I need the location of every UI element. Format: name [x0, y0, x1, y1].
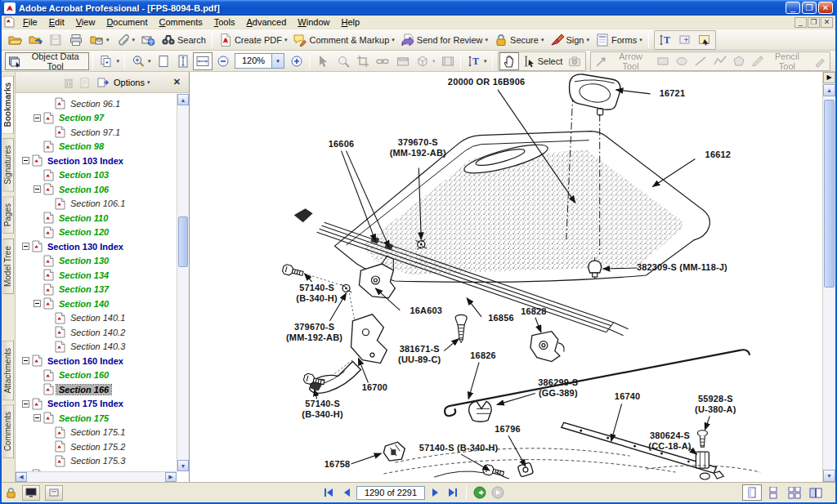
- fit-page-button[interactable]: [154, 52, 172, 70]
- collapse-icon[interactable]: [22, 157, 29, 164]
- menu-help[interactable]: Help: [336, 16, 366, 28]
- collapse-icon[interactable]: [22, 357, 29, 364]
- bookmark-item[interactable]: Section 140.1: [16, 311, 177, 326]
- minimize-button[interactable]: _: [786, 2, 800, 14]
- forms-button[interactable]: Forms▾: [593, 31, 645, 49]
- zoom-in-button[interactable]: [287, 52, 306, 70]
- previous-view-button[interactable]: [472, 485, 488, 500]
- scroll-left-icon[interactable]: ◀: [16, 472, 27, 482]
- article-icon[interactable]: ▶: [823, 72, 835, 83]
- bookmarks-vscrollbar[interactable]: ▲ ▼: [177, 94, 189, 471]
- expand-current-bookmark-button[interactable]: [96, 75, 110, 90]
- doc-scrollbar-thumb[interactable]: [824, 100, 835, 288]
- bookmark-item[interactable]: Section 130 Index: [16, 239, 177, 254]
- organizer-button[interactable]: ▾: [87, 31, 112, 49]
- page-number-input[interactable]: [356, 486, 425, 500]
- next-page-button[interactable]: [427, 485, 443, 500]
- tab-comments[interactable]: Comments: [2, 404, 14, 458]
- bookmark-item[interactable]: Section 103 Index: [16, 154, 177, 168]
- page-thumbnails-button[interactable]: ▾: [96, 52, 121, 70]
- document-pane[interactable]: 20000 OR 16B906167211661216606379670-S(M…: [190, 72, 835, 482]
- menu-comments[interactable]: Comments: [154, 16, 208, 28]
- screen-view-button[interactable]: [22, 485, 40, 501]
- chevron-down-icon[interactable]: ▾: [432, 58, 436, 65]
- bookmark-item[interactable]: Section 175.1: [16, 426, 177, 440]
- menu-tools[interactable]: Tools: [208, 16, 241, 28]
- menu-advanced[interactable]: Advanced: [240, 16, 292, 28]
- tab-attachments[interactable]: Attachments: [2, 341, 14, 401]
- comment-markup-button[interactable]: Comment & Markup▾: [290, 31, 396, 49]
- menu-document[interactable]: Document: [101, 16, 153, 28]
- touchup-text-tool-button[interactable]: T▾: [464, 52, 489, 70]
- bookmark-item[interactable]: Section 103: [16, 168, 177, 183]
- select-button[interactable]: Select: [519, 52, 566, 70]
- bookmark-item[interactable]: Section 110: [16, 211, 177, 225]
- scroll-up-icon[interactable]: ▲: [177, 94, 189, 105]
- collapse-icon[interactable]: [34, 114, 41, 122]
- page-box-button[interactable]: [45, 485, 63, 501]
- menu-view[interactable]: View: [70, 16, 101, 28]
- bookmark-item[interactable]: Section 130: [16, 254, 177, 269]
- bookmark-item[interactable]: Section 96.1: [16, 96, 177, 111]
- tab-model-tree[interactable]: Model Tree: [2, 239, 14, 294]
- menu-edit[interactable]: Edit: [43, 16, 70, 28]
- bookmark-item[interactable]: Section 106.1: [16, 197, 177, 212]
- bookmark-item[interactable]: Section 137: [16, 283, 177, 297]
- select-object-button[interactable]: [695, 31, 714, 49]
- collapse-icon[interactable]: [34, 300, 41, 307]
- touchup-object-button[interactable]: [675, 31, 695, 49]
- fit-height-button[interactable]: [173, 52, 192, 70]
- secure-button[interactable]: Secure▾: [491, 31, 546, 49]
- menu-file[interactable]: File: [17, 16, 43, 28]
- email-button[interactable]: [138, 31, 158, 49]
- tab-bookmarks[interactable]: Bookmarks: [2, 75, 14, 134]
- chevron-down-icon[interactable]: ▾: [586, 37, 589, 43]
- tab-signatures[interactable]: Signatures: [2, 138, 14, 192]
- open-button[interactable]: [5, 31, 25, 49]
- bookmark-item[interactable]: Section 120: [16, 225, 177, 240]
- bookmark-item[interactable]: Section 140.3: [16, 340, 177, 355]
- bookmark-item[interactable]: Section 134: [16, 268, 177, 283]
- bookmark-item[interactable]: Section 97.1: [16, 125, 177, 140]
- chevron-down-icon[interactable]: ▾: [484, 58, 487, 65]
- scroll-down-icon[interactable]: ▼: [177, 460, 189, 471]
- zoom-level-combo[interactable]: 120%▾: [235, 53, 284, 69]
- sign-button[interactable]: Sign▾: [547, 31, 592, 49]
- bookmark-item[interactable]: Section 175 Index: [16, 397, 177, 412]
- bookmark-item[interactable]: Section 106: [16, 182, 177, 197]
- scroll-right-icon[interactable]: ▶: [165, 472, 177, 482]
- bookmark-item[interactable]: Section 175.3: [16, 454, 177, 469]
- bookmark-item[interactable]: Section 160: [16, 368, 177, 383]
- collapse-icon[interactable]: [34, 414, 41, 421]
- bookmark-item[interactable]: Section 140: [16, 297, 177, 311]
- collapse-icon[interactable]: [22, 400, 29, 408]
- collapse-icon[interactable]: [22, 243, 29, 250]
- options-button[interactable]: Options▾: [113, 77, 150, 88]
- attach-button[interactable]: ▾: [113, 31, 138, 49]
- my-bookshelf-button[interactable]: [25, 31, 45, 49]
- continuous-button[interactable]: [763, 484, 783, 501]
- chevron-down-icon[interactable]: ▾: [132, 37, 136, 43]
- chevron-down-icon[interactable]: ▾: [271, 54, 284, 68]
- bookmark-item[interactable]: Section 175: [16, 411, 177, 426]
- zoom-in-tool-button[interactable]: ▾: [128, 52, 153, 70]
- doc-scroll-up-icon[interactable]: ▲: [823, 84, 835, 96]
- bookmark-item[interactable]: Section 98: [16, 140, 177, 154]
- close-panel-button[interactable]: ✕: [168, 76, 186, 88]
- bookmark-item[interactable]: Section 97: [16, 111, 177, 126]
- bookmark-item[interactable]: Section 175.2: [16, 439, 177, 454]
- fit-width-button[interactable]: [193, 52, 212, 70]
- bookmark-item[interactable]: Section 140.2: [16, 325, 177, 340]
- chevron-down-icon[interactable]: ▾: [284, 37, 288, 43]
- object-data-tool-button[interactable]: Object Data Tool: [5, 52, 89, 70]
- chevron-down-icon[interactable]: ▾: [148, 58, 151, 65]
- bookmarks-hscrollbar[interactable]: ◀ ▶: [16, 471, 177, 482]
- zoom-out-button[interactable]: [213, 52, 232, 70]
- print-button[interactable]: [66, 31, 86, 49]
- chevron-down-icon[interactable]: ▾: [486, 37, 489, 43]
- chevron-down-icon[interactable]: ▾: [106, 37, 110, 43]
- search-button[interactable]: Search: [159, 31, 208, 49]
- tab-pages[interactable]: Pages: [2, 196, 14, 234]
- collapse-icon[interactable]: [34, 185, 41, 193]
- chevron-down-icon[interactable]: ▾: [541, 37, 544, 43]
